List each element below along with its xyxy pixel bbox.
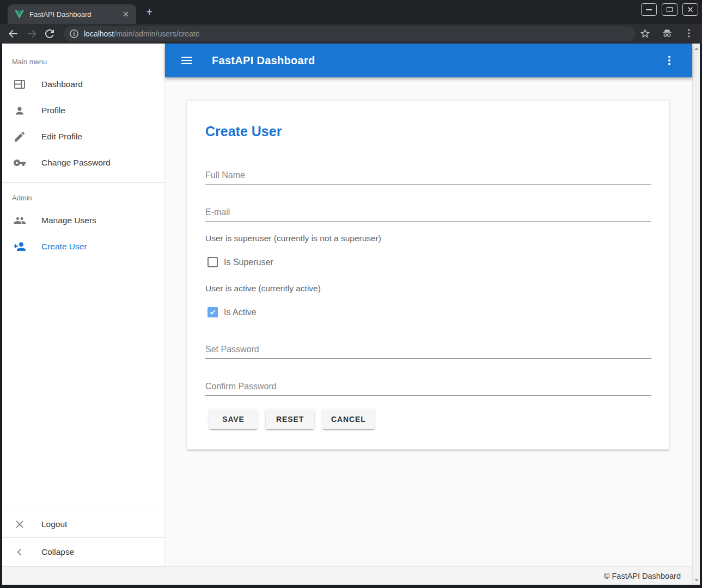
- new-tab-button[interactable]: +: [143, 6, 156, 19]
- incognito-icon: [661, 27, 673, 39]
- full-name-field[interactable]: Full Name: [205, 168, 651, 185]
- sidebar-spacer: [2, 260, 164, 511]
- is-active-checkbox[interactable]: Is Active: [207, 307, 257, 317]
- sidebar-item-label: Logout: [41, 519, 67, 529]
- sidebar-item-manage-users[interactable]: Manage Users: [2, 207, 164, 234]
- hamburger-menu-icon[interactable]: [180, 54, 193, 67]
- sidebar-item-label: Edit Profile: [41, 132, 82, 142]
- sidebar-item-change-password[interactable]: Change Password: [2, 150, 164, 176]
- checkbox-checked-icon: [207, 307, 218, 317]
- bookmark-star-icon[interactable]: [639, 28, 651, 39]
- scrollbar-down-arrow[interactable]: [693, 576, 700, 584]
- vue-favicon-icon: [15, 10, 24, 19]
- page-content: Main menu Dashboard Profile Edit Profile: [2, 44, 700, 585]
- tab-close-icon[interactable]: [121, 9, 131, 19]
- close-x-icon: [13, 518, 26, 531]
- browser-toolbar: localhost/main/admin/users/create: [0, 24, 702, 44]
- address-bar[interactable]: localhost/main/admin/users/create: [64, 26, 636, 41]
- browser-tab[interactable]: FastAPI Dashboard: [8, 4, 136, 24]
- url-text: localhost/main/admin/users/create: [84, 29, 199, 38]
- site-info-icon[interactable]: [69, 29, 79, 39]
- url-path: /main/admin/users/create: [114, 29, 199, 38]
- close-icon: [687, 7, 693, 13]
- sidebar-section-main-menu: Main menu: [2, 44, 164, 71]
- confirm-password-field[interactable]: Confirm Password: [205, 379, 651, 396]
- dashboard-icon: [13, 78, 26, 91]
- page-scrollbar[interactable]: [692, 44, 700, 585]
- sidebar-item-label: Profile: [41, 106, 65, 115]
- set-password-label: Set Password: [205, 345, 259, 358]
- forward-icon[interactable]: [26, 27, 39, 40]
- full-name-label: Full Name: [205, 170, 245, 184]
- browser-window: FastAPI Dashboard +: [0, 0, 702, 588]
- checkbox-unchecked-icon: [207, 257, 218, 267]
- chevron-left-icon: [13, 546, 26, 559]
- browser-menu-icon[interactable]: [683, 28, 694, 39]
- is-superuser-label: Is Superuser: [224, 258, 273, 267]
- toolbar-right-icons: [639, 27, 694, 39]
- is-active-label: Is Active: [224, 308, 257, 317]
- create-user-card: Create User Full Name E-mail User is sup…: [187, 100, 669, 450]
- form-buttons: SAVE RESET CANCEL: [209, 409, 375, 429]
- person-add-icon: [13, 240, 26, 253]
- confirm-password-label: Confirm Password: [205, 382, 277, 395]
- footer-copyright: © FastAPI Dashboard: [604, 572, 681, 580]
- sidebar-item-dashboard[interactable]: Dashboard: [2, 71, 164, 97]
- scrollbar-up-arrow[interactable]: [693, 45, 700, 52]
- sidebar-item-label: Create User: [41, 242, 87, 252]
- sidebar-section-admin: Admin: [2, 183, 164, 207]
- sidebar-item-profile[interactable]: Profile: [2, 97, 164, 124]
- pencil-icon: [13, 130, 26, 143]
- people-icon: [13, 214, 26, 227]
- email-field[interactable]: E-mail: [205, 205, 651, 222]
- app-bar: FastAPI Dashboard: [165, 44, 692, 77]
- url-host: localhost: [84, 29, 114, 38]
- minimize-icon: [646, 9, 652, 10]
- sidebar-item-label: Dashboard: [41, 79, 83, 89]
- sidebar-item-logout[interactable]: Logout: [2, 511, 164, 537]
- sidebar-item-edit-profile[interactable]: Edit Profile: [2, 124, 164, 150]
- is-superuser-checkbox[interactable]: Is Superuser: [207, 257, 273, 267]
- person-icon: [13, 104, 26, 117]
- window-maximize-button[interactable]: [662, 3, 677, 16]
- sidebar-item-label: Collapse: [41, 547, 74, 557]
- refresh-icon[interactable]: [43, 27, 56, 40]
- card-title: Create User: [205, 124, 282, 139]
- sidebar-item-label: Manage Users: [41, 216, 96, 225]
- email-label: E-mail: [205, 207, 230, 221]
- maximize-icon: [667, 7, 673, 12]
- window-minimize-button[interactable]: [641, 3, 657, 16]
- window-controls: [641, 3, 698, 16]
- back-icon[interactable]: [7, 27, 20, 40]
- page-footer: © FastAPI Dashboard: [2, 566, 692, 585]
- save-button[interactable]: SAVE: [209, 409, 258, 429]
- sidebar: Main menu Dashboard Profile Edit Profile: [2, 44, 165, 566]
- app-bar-menu-icon[interactable]: [663, 54, 676, 67]
- app-bar-title: FastAPI Dashboard: [212, 54, 315, 67]
- cancel-button[interactable]: CANCEL: [322, 409, 375, 429]
- key-icon: [13, 156, 26, 169]
- tab-title: FastAPI Dashboard: [29, 10, 121, 19]
- set-password-field[interactable]: Set Password: [205, 342, 651, 359]
- reset-button[interactable]: RESET: [266, 409, 314, 429]
- sidebar-item-collapse[interactable]: Collapse: [2, 538, 164, 566]
- sidebar-item-label: Change Password: [41, 158, 111, 168]
- superuser-note: User is superuser (currently is not a su…: [205, 234, 381, 243]
- window-close-button[interactable]: [682, 3, 698, 16]
- browser-titlebar: FastAPI Dashboard +: [0, 0, 702, 24]
- active-note: User is active (currently active): [205, 284, 321, 293]
- sidebar-item-create-user[interactable]: Create User: [2, 234, 164, 260]
